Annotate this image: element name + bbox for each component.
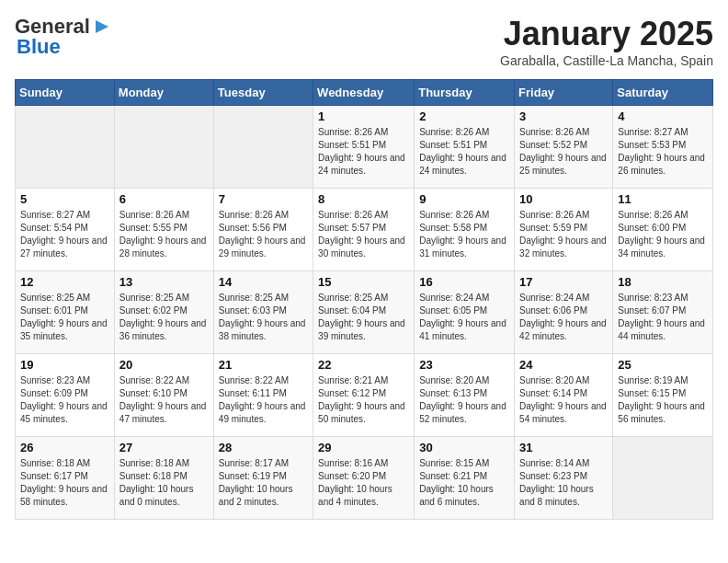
svg-marker-0 bbox=[96, 20, 108, 33]
day-number: 30 bbox=[419, 441, 509, 454]
day-number: 9 bbox=[419, 192, 509, 206]
day-number: 23 bbox=[419, 358, 509, 372]
day-number: 2 bbox=[419, 109, 509, 123]
calendar-cell: 27Sunrise: 8:18 AM Sunset: 6:18 PM Dayli… bbox=[114, 437, 213, 520]
day-number: 19 bbox=[20, 358, 109, 372]
day-number: 3 bbox=[519, 109, 608, 123]
calendar-cell: 13Sunrise: 8:25 AM Sunset: 6:02 PM Dayli… bbox=[114, 271, 213, 354]
day-info: Sunrise: 8:15 AM Sunset: 6:21 PM Dayligh… bbox=[419, 457, 509, 509]
day-number: 24 bbox=[519, 358, 608, 372]
day-info: Sunrise: 8:23 AM Sunset: 6:07 PM Dayligh… bbox=[618, 292, 708, 343]
weekday-header-monday: Monday bbox=[114, 80, 213, 106]
day-number: 28 bbox=[219, 441, 308, 454]
calendar-cell: 5Sunrise: 8:27 AM Sunset: 5:54 PM Daylig… bbox=[16, 189, 115, 271]
day-info: Sunrise: 8:17 AM Sunset: 6:19 PM Dayligh… bbox=[219, 457, 308, 509]
calendar-week-row: 19Sunrise: 8:23 AM Sunset: 6:09 PM Dayli… bbox=[16, 354, 713, 437]
weekday-header-wednesday: Wednesday bbox=[313, 80, 415, 106]
day-info: Sunrise: 8:24 AM Sunset: 6:06 PM Dayligh… bbox=[519, 292, 608, 343]
day-info: Sunrise: 8:21 AM Sunset: 6:12 PM Dayligh… bbox=[318, 374, 409, 426]
day-number: 18 bbox=[618, 275, 708, 289]
day-info: Sunrise: 8:25 AM Sunset: 6:02 PM Dayligh… bbox=[119, 292, 209, 343]
calendar-cell: 30Sunrise: 8:15 AM Sunset: 6:21 PM Dayli… bbox=[415, 437, 515, 520]
weekday-header-friday: Friday bbox=[515, 80, 613, 106]
day-number: 29 bbox=[318, 441, 409, 454]
day-info: Sunrise: 8:25 AM Sunset: 6:01 PM Dayligh… bbox=[20, 292, 109, 343]
day-number: 11 bbox=[618, 192, 708, 206]
day-number: 27 bbox=[119, 441, 209, 454]
calendar-cell: 14Sunrise: 8:25 AM Sunset: 6:03 PM Dayli… bbox=[213, 271, 313, 354]
day-info: Sunrise: 8:20 AM Sunset: 6:13 PM Dayligh… bbox=[419, 374, 509, 426]
calendar-cell: 24Sunrise: 8:20 AM Sunset: 6:14 PM Dayli… bbox=[515, 354, 613, 437]
page-header: General Blue January 2025 Garaballa, Cas… bbox=[15, 15, 713, 68]
day-info: Sunrise: 8:25 AM Sunset: 6:03 PM Dayligh… bbox=[219, 292, 308, 343]
calendar-cell bbox=[114, 106, 213, 189]
calendar-cell bbox=[16, 106, 115, 189]
day-number: 4 bbox=[618, 109, 708, 123]
day-info: Sunrise: 8:26 AM Sunset: 5:55 PM Dayligh… bbox=[119, 209, 209, 260]
calendar-table: SundayMondayTuesdayWednesdayThursdayFrid… bbox=[15, 79, 713, 520]
calendar-cell: 3Sunrise: 8:26 AM Sunset: 5:52 PM Daylig… bbox=[515, 106, 613, 189]
calendar-cell: 10Sunrise: 8:26 AM Sunset: 5:59 PM Dayli… bbox=[515, 189, 613, 271]
calendar-cell: 1Sunrise: 8:26 AM Sunset: 5:51 PM Daylig… bbox=[313, 106, 415, 189]
calendar-week-row: 26Sunrise: 8:18 AM Sunset: 6:17 PM Dayli… bbox=[16, 437, 713, 520]
day-info: Sunrise: 8:20 AM Sunset: 6:14 PM Dayligh… bbox=[519, 374, 608, 426]
calendar-cell: 16Sunrise: 8:24 AM Sunset: 6:05 PM Dayli… bbox=[415, 271, 515, 354]
calendar-cell: 12Sunrise: 8:25 AM Sunset: 6:01 PM Dayli… bbox=[16, 271, 115, 354]
day-info: Sunrise: 8:23 AM Sunset: 6:09 PM Dayligh… bbox=[20, 374, 109, 426]
day-info: Sunrise: 8:27 AM Sunset: 5:53 PM Dayligh… bbox=[618, 126, 708, 178]
weekday-header-tuesday: Tuesday bbox=[213, 80, 313, 106]
calendar-cell: 20Sunrise: 8:22 AM Sunset: 6:10 PM Dayli… bbox=[114, 354, 213, 437]
calendar-cell: 19Sunrise: 8:23 AM Sunset: 6:09 PM Dayli… bbox=[16, 354, 115, 437]
month-title: January 2025 bbox=[500, 15, 713, 53]
calendar-week-row: 12Sunrise: 8:25 AM Sunset: 6:01 PM Dayli… bbox=[16, 271, 713, 354]
day-number: 25 bbox=[618, 358, 708, 372]
day-info: Sunrise: 8:26 AM Sunset: 5:58 PM Dayligh… bbox=[419, 209, 509, 260]
day-number: 5 bbox=[20, 192, 109, 206]
calendar-cell: 29Sunrise: 8:16 AM Sunset: 6:20 PM Dayli… bbox=[313, 437, 415, 520]
day-number: 20 bbox=[119, 358, 209, 372]
calendar-cell: 2Sunrise: 8:26 AM Sunset: 5:51 PM Daylig… bbox=[415, 106, 515, 189]
day-info: Sunrise: 8:26 AM Sunset: 5:59 PM Dayligh… bbox=[519, 209, 608, 260]
day-number: 13 bbox=[119, 275, 209, 289]
day-info: Sunrise: 8:26 AM Sunset: 5:56 PM Dayligh… bbox=[219, 209, 308, 260]
logo-arrow-icon bbox=[92, 17, 112, 37]
day-number: 16 bbox=[419, 275, 509, 289]
calendar-cell: 22Sunrise: 8:21 AM Sunset: 6:12 PM Dayli… bbox=[313, 354, 415, 437]
weekday-header-thursday: Thursday bbox=[415, 80, 515, 106]
calendar-cell: 26Sunrise: 8:18 AM Sunset: 6:17 PM Dayli… bbox=[16, 437, 115, 520]
day-number: 10 bbox=[519, 192, 608, 206]
calendar-cell: 6Sunrise: 8:26 AM Sunset: 5:55 PM Daylig… bbox=[114, 189, 213, 271]
calendar-cell: 8Sunrise: 8:26 AM Sunset: 5:57 PM Daylig… bbox=[313, 189, 415, 271]
weekday-header-sunday: Sunday bbox=[16, 80, 115, 106]
day-number: 14 bbox=[219, 275, 308, 289]
logo-blue-text: Blue bbox=[17, 35, 61, 59]
day-info: Sunrise: 8:16 AM Sunset: 6:20 PM Dayligh… bbox=[318, 457, 409, 509]
logo: General Blue bbox=[15, 15, 112, 59]
calendar-cell: 25Sunrise: 8:19 AM Sunset: 6:15 PM Dayli… bbox=[613, 354, 713, 437]
calendar-cell: 17Sunrise: 8:24 AM Sunset: 6:06 PM Dayli… bbox=[515, 271, 613, 354]
day-info: Sunrise: 8:26 AM Sunset: 5:57 PM Dayligh… bbox=[318, 209, 409, 260]
day-number: 8 bbox=[318, 192, 409, 206]
calendar-cell bbox=[213, 106, 313, 189]
day-number: 22 bbox=[318, 358, 409, 372]
day-number: 12 bbox=[20, 275, 109, 289]
title-section: January 2025 Garaballa, Castille-La Manc… bbox=[500, 15, 713, 68]
day-info: Sunrise: 8:26 AM Sunset: 5:51 PM Dayligh… bbox=[318, 126, 409, 178]
day-info: Sunrise: 8:26 AM Sunset: 5:52 PM Dayligh… bbox=[519, 126, 608, 178]
calendar-cell bbox=[613, 437, 713, 520]
calendar-cell: 9Sunrise: 8:26 AM Sunset: 5:58 PM Daylig… bbox=[415, 189, 515, 271]
day-number: 17 bbox=[519, 275, 608, 289]
day-info: Sunrise: 8:14 AM Sunset: 6:23 PM Dayligh… bbox=[519, 457, 608, 509]
calendar-cell: 28Sunrise: 8:17 AM Sunset: 6:19 PM Dayli… bbox=[213, 437, 313, 520]
day-number: 1 bbox=[318, 109, 409, 123]
day-number: 26 bbox=[20, 441, 109, 454]
day-info: Sunrise: 8:22 AM Sunset: 6:11 PM Dayligh… bbox=[219, 374, 308, 426]
calendar-cell: 31Sunrise: 8:14 AM Sunset: 6:23 PM Dayli… bbox=[515, 437, 613, 520]
location-text: Garaballa, Castille-La Mancha, Spain bbox=[500, 53, 713, 68]
calendar-cell: 11Sunrise: 8:26 AM Sunset: 6:00 PM Dayli… bbox=[613, 189, 713, 271]
day-info: Sunrise: 8:18 AM Sunset: 6:18 PM Dayligh… bbox=[119, 457, 209, 509]
day-info: Sunrise: 8:24 AM Sunset: 6:05 PM Dayligh… bbox=[419, 292, 509, 343]
day-info: Sunrise: 8:22 AM Sunset: 6:10 PM Dayligh… bbox=[119, 374, 209, 426]
day-info: Sunrise: 8:18 AM Sunset: 6:17 PM Dayligh… bbox=[20, 457, 109, 509]
calendar-week-row: 1Sunrise: 8:26 AM Sunset: 5:51 PM Daylig… bbox=[16, 106, 713, 189]
